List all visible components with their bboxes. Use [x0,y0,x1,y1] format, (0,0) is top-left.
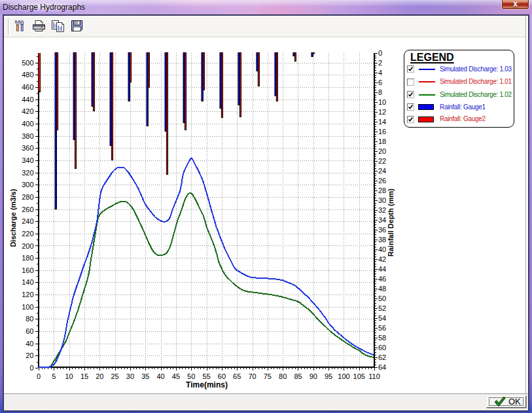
svg-text:55: 55 [202,372,210,380]
svg-text:180: 180 [22,254,33,262]
svg-text:85: 85 [294,372,302,380]
svg-text:6: 6 [378,79,382,86]
svg-text:60: 60 [26,327,33,335]
svg-text:40: 40 [26,340,33,348]
svg-text:54: 54 [378,314,386,322]
svg-text:260: 260 [22,206,33,213]
svg-text:400: 400 [22,120,33,128]
svg-text:80: 80 [279,372,287,380]
svg-text:48: 48 [378,285,386,293]
svg-text:500: 500 [22,59,33,67]
svg-text:20: 20 [96,372,103,380]
svg-text:42: 42 [378,255,386,263]
svg-text:0: 0 [37,372,41,380]
svg-text:36: 36 [378,226,386,234]
svg-text:14: 14 [378,118,386,126]
svg-text:380: 380 [22,132,33,140]
svg-text:420: 420 [22,107,33,115]
svg-text:30: 30 [378,196,386,204]
svg-text:58: 58 [378,334,386,342]
svg-text:44: 44 [378,265,386,273]
svg-text:26: 26 [378,177,386,185]
svg-text:64: 64 [378,363,386,371]
svg-text:0: 0 [378,49,382,57]
svg-text:28: 28 [378,187,386,194]
svg-text:50: 50 [378,295,386,302]
svg-text:20: 20 [378,147,386,155]
svg-text:140: 140 [22,278,33,286]
svg-text:52: 52 [378,304,386,312]
svg-text:56: 56 [378,324,386,332]
svg-text:60: 60 [378,344,386,351]
svg-text:340: 340 [22,156,33,164]
svg-text:Discharge (m3/s): Discharge (m3/s) [9,189,17,247]
svg-text:16: 16 [378,128,386,135]
svg-text:65: 65 [233,372,241,380]
svg-text:62: 62 [378,353,386,361]
svg-text:240: 240 [22,217,33,225]
svg-text:18: 18 [378,137,386,145]
svg-text:95: 95 [325,372,332,380]
svg-text:160: 160 [22,266,33,274]
svg-text:2: 2 [378,59,382,67]
svg-text:22: 22 [378,157,386,165]
svg-text:45: 45 [172,372,180,380]
svg-text:Rainfall Depth (mm): Rainfall Depth (mm) [387,189,395,257]
svg-text:90: 90 [310,372,317,380]
svg-text:440: 440 [22,96,33,103]
svg-text:30: 30 [126,372,134,380]
svg-text:220: 220 [22,230,33,238]
svg-text:8: 8 [378,88,382,96]
svg-text:460: 460 [22,83,33,91]
svg-text:480: 480 [22,71,33,79]
svg-text:10: 10 [65,372,73,380]
svg-text:0: 0 [29,364,33,372]
svg-text:Time(mins): Time(mins) [186,380,228,389]
svg-text:38: 38 [378,236,386,243]
svg-text:80: 80 [26,315,33,323]
svg-text:320: 320 [22,169,33,177]
svg-text:100: 100 [22,303,33,311]
svg-text:24: 24 [378,167,386,175]
svg-text:70: 70 [248,372,256,380]
svg-text:75: 75 [264,372,272,380]
svg-text:50: 50 [187,372,195,380]
svg-text:35: 35 [141,372,149,380]
svg-text:360: 360 [22,144,33,152]
svg-text:25: 25 [111,372,118,380]
svg-text:34: 34 [378,216,386,224]
svg-text:110: 110 [368,372,380,380]
svg-text:200: 200 [22,242,33,250]
svg-text:5: 5 [52,372,56,380]
svg-text:10: 10 [378,98,386,106]
svg-text:60: 60 [218,372,226,380]
svg-text:15: 15 [80,372,88,380]
svg-text:40: 40 [156,372,164,380]
svg-text:4: 4 [378,69,382,77]
svg-text:32: 32 [378,206,386,214]
svg-text:46: 46 [378,275,386,283]
svg-text:105: 105 [353,372,365,380]
svg-text:40: 40 [378,245,386,253]
svg-text:120: 120 [22,291,33,298]
svg-text:20: 20 [26,351,33,359]
svg-text:300: 300 [22,181,33,189]
svg-text:100: 100 [338,372,349,380]
svg-text:280: 280 [22,193,33,201]
svg-text:12: 12 [378,108,386,116]
